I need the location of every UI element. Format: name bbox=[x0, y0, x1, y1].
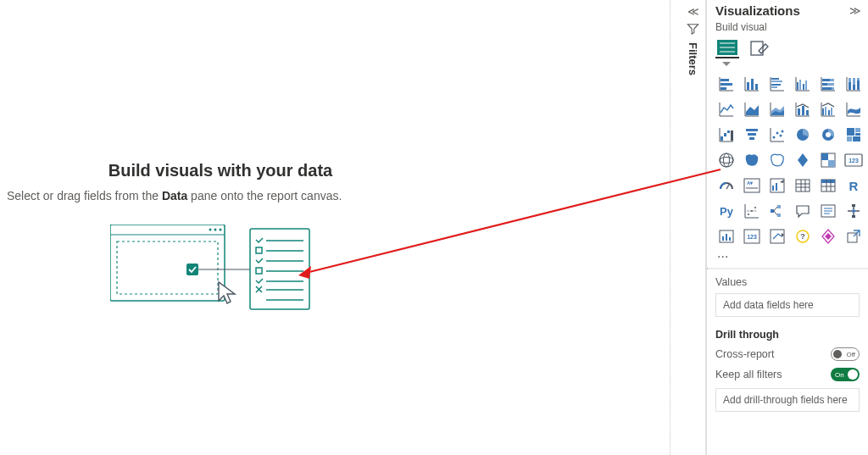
viz-line-clustered-column[interactable] bbox=[817, 98, 839, 120]
svg-rect-25 bbox=[721, 79, 729, 81]
svg-rect-70 bbox=[802, 106, 804, 115]
svg-point-97 bbox=[826, 132, 831, 137]
report-canvas[interactable]: Build visuals with your data Select or d… bbox=[0, 0, 670, 455]
svg-rect-10 bbox=[256, 247, 262, 253]
viz-gauge[interactable] bbox=[715, 175, 737, 197]
viz-stacked-column-100[interactable] bbox=[843, 73, 865, 95]
svg-rect-58 bbox=[853, 78, 855, 85]
svg-rect-69 bbox=[798, 108, 800, 115]
svg-point-103 bbox=[720, 153, 733, 167]
canvas-divider bbox=[670, 0, 670, 455]
svg-point-2 bbox=[209, 229, 212, 231]
svg-point-105 bbox=[724, 153, 730, 167]
viz-donut[interactable] bbox=[817, 124, 839, 146]
viz-clustered-column[interactable] bbox=[792, 73, 814, 95]
viz-line[interactable] bbox=[715, 98, 737, 120]
viz-qna[interactable] bbox=[792, 200, 814, 222]
filters-pane-collapsed[interactable]: ≪ Filters bbox=[681, 0, 706, 455]
viz-smart-narrative[interactable] bbox=[817, 200, 839, 222]
svg-rect-26 bbox=[721, 83, 732, 86]
svg-rect-0 bbox=[110, 225, 225, 301]
svg-rect-117 bbox=[776, 183, 777, 191]
svg-line-111 bbox=[726, 185, 729, 189]
viz-azure-map[interactable] bbox=[766, 149, 788, 171]
filters-label: Filters bbox=[687, 42, 699, 75]
viz-scorecard[interactable] bbox=[766, 225, 788, 247]
canvas-subtitle-bold: Data bbox=[162, 189, 187, 203]
svg-rect-60 bbox=[857, 78, 860, 80]
svg-rect-118 bbox=[796, 180, 810, 191]
viz-stacked-bar[interactable] bbox=[715, 73, 737, 95]
svg-rect-147 bbox=[729, 237, 731, 241]
viz-funnel[interactable] bbox=[741, 124, 763, 146]
canvas-subtitle: Select or drag fields from the Data pane… bbox=[0, 189, 441, 203]
svg-point-4 bbox=[220, 229, 222, 231]
svg-rect-6 bbox=[186, 264, 198, 275]
viz-treemap[interactable] bbox=[843, 124, 865, 146]
svg-point-3 bbox=[214, 229, 217, 231]
svg-rect-102 bbox=[853, 136, 860, 141]
svg-rect-35 bbox=[771, 78, 779, 80]
viz-export[interactable] bbox=[843, 225, 865, 247]
viz-stacked-bar-100[interactable] bbox=[817, 73, 839, 95]
svg-rect-30 bbox=[747, 82, 749, 90]
drill-through-field-well[interactable]: Add drill-through fields here bbox=[715, 388, 860, 412]
svg-rect-38 bbox=[771, 86, 777, 88]
svg-rect-124 bbox=[821, 180, 835, 183]
svg-rect-99 bbox=[855, 128, 860, 132]
collapse-viz-icon[interactable]: ≫ bbox=[849, 4, 861, 17]
drill-through-label: Drill through bbox=[715, 329, 860, 341]
viz-metrics[interactable] bbox=[715, 225, 737, 247]
viz-card-123[interactable]: 123 bbox=[843, 149, 865, 171]
viz-clustered-bar[interactable] bbox=[766, 73, 788, 95]
svg-rect-100 bbox=[855, 133, 860, 136]
viz-pie[interactable] bbox=[792, 124, 814, 146]
visualizations-title: Visualizations bbox=[715, 3, 800, 18]
viz-filled-map[interactable] bbox=[741, 149, 763, 171]
viz-multi-row-card[interactable]: A▾ bbox=[741, 175, 763, 197]
format-visual-tab[interactable] bbox=[748, 38, 771, 58]
viz-shape-map[interactable] bbox=[817, 149, 839, 171]
cross-report-label: Cross-report bbox=[715, 348, 774, 360]
svg-rect-27 bbox=[721, 87, 726, 90]
viz-stacked-column[interactable] bbox=[741, 73, 763, 95]
viz-matrix[interactable] bbox=[817, 175, 839, 197]
viz-table[interactable] bbox=[792, 175, 814, 197]
svg-rect-52 bbox=[832, 87, 834, 90]
svg-line-136 bbox=[774, 211, 777, 215]
svg-rect-116 bbox=[772, 186, 774, 191]
expand-filters-icon[interactable]: ≪ bbox=[687, 5, 699, 18]
viz-waterfall[interactable] bbox=[715, 124, 737, 146]
canvas-subtitle-post: pane onto the report canvas. bbox=[187, 189, 342, 203]
viz-area[interactable] bbox=[741, 98, 763, 120]
viz-line-stacked-column[interactable] bbox=[792, 98, 814, 120]
viz-scatter[interactable] bbox=[766, 124, 788, 146]
svg-rect-42 bbox=[799, 80, 801, 90]
svg-text:123: 123 bbox=[747, 234, 757, 240]
viz-stacked-area[interactable] bbox=[766, 98, 788, 120]
more-visuals-button[interactable]: ··· bbox=[707, 252, 868, 268]
viz-r-visual[interactable]: R bbox=[843, 175, 865, 197]
svg-rect-98 bbox=[847, 128, 854, 136]
cross-report-toggle[interactable]: Off bbox=[831, 347, 860, 361]
svg-rect-37 bbox=[771, 84, 781, 86]
viz-decomposition[interactable] bbox=[766, 200, 788, 222]
keep-filters-label: Keep all filters bbox=[715, 369, 782, 380]
svg-rect-137 bbox=[777, 205, 781, 208]
values-field-well[interactable]: Add data fields here bbox=[715, 293, 860, 317]
viz-kpi[interactable] bbox=[766, 175, 788, 197]
viz-python[interactable]: Py bbox=[715, 200, 737, 222]
viz-get-more[interactable]: ? bbox=[792, 225, 814, 247]
viz-power-apps[interactable] bbox=[817, 225, 839, 247]
keep-filters-toggle[interactable]: On bbox=[831, 368, 860, 381]
viz-ribbon[interactable] bbox=[843, 98, 865, 120]
svg-rect-44 bbox=[805, 80, 807, 90]
viz-map[interactable] bbox=[715, 149, 737, 171]
svg-rect-107 bbox=[821, 153, 828, 160]
viz-paginated[interactable] bbox=[843, 200, 865, 222]
build-visual-tab[interactable] bbox=[715, 38, 739, 58]
svg-rect-85 bbox=[731, 130, 733, 141]
viz-key-influencers[interactable] bbox=[741, 200, 763, 222]
viz-app[interactable]: 123 bbox=[741, 225, 763, 247]
viz-arcgis[interactable] bbox=[792, 149, 814, 171]
